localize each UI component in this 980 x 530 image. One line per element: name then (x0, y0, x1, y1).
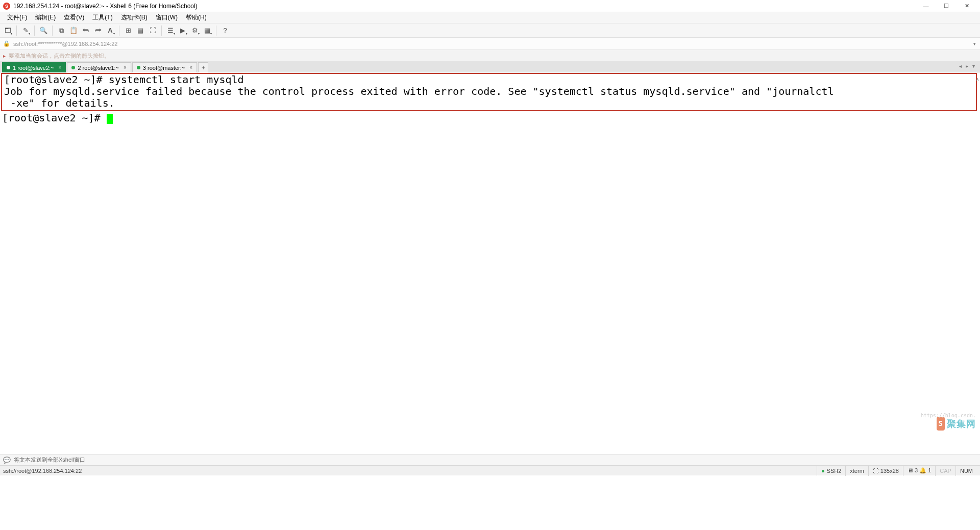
copy-button[interactable]: ⧉ (56, 25, 67, 36)
tab-close-button[interactable]: × (189, 65, 192, 70)
ok-dot-icon: ● (821, 468, 825, 474)
tile-button[interactable]: ⊞ (122, 25, 134, 36)
tools-button[interactable]: ▦▾ (202, 25, 213, 36)
menu-window[interactable]: 窗口(W) (152, 12, 182, 23)
session-tab-3[interactable]: 3 root@master:~ × (132, 62, 197, 72)
watermark: https://blog.csdn. S 聚集网 (937, 417, 976, 431)
terminal-line: [root@slave2 ~]# systemctl start mysqld (4, 74, 974, 86)
address-field[interactable]: ssh://root:***********@192.168.254.124:2… (13, 41, 970, 47)
status-session-icons: 🖥 3 🔔 1 (903, 466, 935, 476)
tab-label: 1 root@slave2:~ (13, 65, 54, 71)
terminal-line: -xe" for details. (4, 97, 974, 109)
menu-help[interactable]: 帮助(H) (182, 12, 211, 23)
terminal[interactable]: ∧ [root@slave2 ~]# systemctl start mysql… (0, 72, 980, 454)
status-ssh: ●SSH2 (817, 466, 845, 476)
chat-icon: 💬 (3, 457, 11, 464)
window-title: 192.168.254.124 - root@slave2:~ - Xshell… (13, 3, 198, 10)
address-bar: 🔒 ssh://root:***********@192.168.254.124… (0, 38, 980, 50)
tab-prev-button[interactable]: ◂ (957, 62, 964, 70)
quick-cmd-button[interactable]: ▶▾ (177, 25, 188, 36)
tab-list-button[interactable]: ▾ (970, 62, 977, 70)
status-address: ssh://root@192.168.254.124:22 (3, 468, 817, 474)
script-button[interactable]: ⚙▾ (189, 25, 201, 36)
status-num: NUM (955, 466, 977, 476)
menubar: 文件(F) 编辑(E) 查看(V) 工具(T) 选项卡(B) 窗口(W) 帮助(… (0, 12, 980, 23)
hint-bar: ▸ 要添加当前会话，点击左侧的箭头按钮。 (0, 50, 980, 61)
edit-button[interactable]: ✎▾ (20, 25, 31, 36)
status-dot-icon (137, 66, 140, 69)
terminal-line: Job for mysqld.service failed because th… (4, 86, 974, 97)
status-size: ⛶ 135x28 (868, 466, 903, 476)
scroll-up-icon[interactable]: ∧ (976, 73, 979, 85)
new-session-button[interactable]: 🗔▾ (2, 25, 13, 36)
add-tab-button[interactable]: ＋ (198, 62, 208, 72)
tab-next-button[interactable]: ▸ (964, 62, 970, 70)
flag-icon: ▸ (3, 53, 6, 59)
error-highlight: [root@slave2 ~]# systemctl start mysqld … (1, 73, 977, 111)
sessions-button[interactable]: ☰▾ (165, 25, 176, 36)
titlebar: S 192.168.254.124 - root@slave2:~ - Xshe… (0, 0, 980, 12)
statusbar: ssh://root@192.168.254.124:22 ●SSH2 xter… (0, 465, 980, 475)
terminal-prompt: [root@slave2 ~]# (2, 112, 978, 124)
font-button[interactable]: A▾ (105, 25, 116, 36)
menu-file[interactable]: 文件(F) (3, 12, 31, 23)
tab-label: 3 root@master:~ (143, 65, 185, 71)
minimize-button[interactable]: — (916, 0, 936, 12)
send-all-bar[interactable]: 💬 将文本发送到全部Xshell窗口 (0, 454, 980, 465)
toolbar: 🗔▾ ✎▾ 🔍 ⧉ 📋 ⮪ ⮫ A▾ ⊞ ▤ ⛶ ☰▾ ▶▾ ⚙▾ ▦▾ ? (0, 23, 980, 38)
menu-tools[interactable]: 工具(T) (88, 12, 116, 23)
search-button[interactable]: 🔍 (38, 25, 49, 36)
maximize-button[interactable]: ☐ (936, 0, 957, 12)
address-dropdown[interactable]: ▾ (973, 41, 976, 46)
nav-fwd-button[interactable]: ⮫ (92, 25, 104, 36)
cursor-icon (107, 114, 113, 124)
fullscreen-button[interactable]: ⛶ (147, 25, 158, 36)
session-tab-2[interactable]: 2 root@slave1:~ × (67, 62, 131, 72)
lock-icon: 🔒 (3, 40, 10, 47)
nav-back-button[interactable]: ⮪ (80, 25, 91, 36)
app-icon: S (3, 3, 10, 10)
layout-button[interactable]: ▤ (135, 25, 146, 36)
tab-close-button[interactable]: × (124, 65, 127, 70)
hint-text: 要添加当前会话，点击左侧的箭头按钮。 (9, 52, 110, 60)
help-button[interactable]: ? (219, 25, 231, 36)
paste-button[interactable]: 📋 (68, 25, 79, 36)
status-term-type: xterm (845, 466, 868, 476)
status-dot-icon (7, 66, 10, 69)
tab-close-button[interactable]: × (59, 65, 62, 70)
send-all-label: 将文本发送到全部Xshell窗口 (14, 456, 85, 464)
session-tabbar: 1 root@slave2:~ × 2 root@slave1:~ × 3 ro… (0, 61, 980, 72)
logo-icon: S (937, 417, 945, 431)
close-button[interactable]: ✕ (957, 0, 977, 12)
session-tab-1[interactable]: 1 root@slave2:~ × (2, 62, 66, 72)
status-caps: CAP (935, 466, 955, 476)
tab-nav: ◂ ▸ ▾ (957, 62, 977, 70)
menu-edit[interactable]: 编辑(E) (31, 12, 60, 23)
tab-label: 2 root@slave1:~ (78, 65, 119, 71)
menu-view[interactable]: 查看(V) (60, 12, 88, 23)
status-dot-icon (71, 66, 75, 69)
menu-tabs[interactable]: 选项卡(B) (117, 12, 152, 23)
